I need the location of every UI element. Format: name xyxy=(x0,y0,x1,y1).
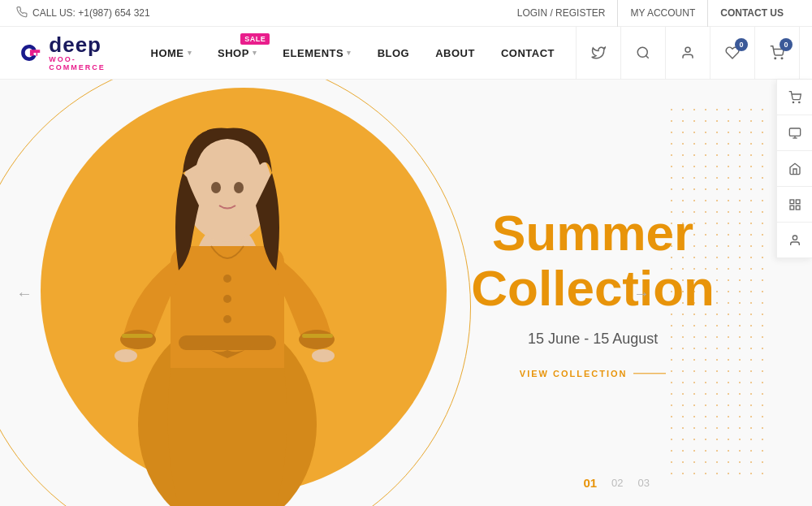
logo-deep-text: deep xyxy=(49,33,113,57)
svg-rect-16 xyxy=(122,334,153,338)
nav-item-contact[interactable]: CONTACT xyxy=(488,27,568,80)
sidebar-user-icon[interactable] xyxy=(777,223,812,258)
view-collection-button[interactable]: VIEW COLLECTION xyxy=(520,369,667,378)
nav-link-home[interactable]: HOME ▾ xyxy=(138,27,205,80)
svg-point-1 xyxy=(637,47,647,57)
svg-point-9 xyxy=(299,330,335,349)
logo[interactable]: deep WOO-COMMERCE xyxy=(16,33,114,72)
svg-point-20 xyxy=(793,102,793,102)
search-icon-btn[interactable] xyxy=(621,27,666,80)
sale-badge: SALE xyxy=(240,33,270,45)
chevron-down-icon: ▾ xyxy=(253,49,257,57)
wishlist-icon-btn[interactable]: 0 xyxy=(710,27,755,80)
nav-item-elements[interactable]: ELEMENTS ▾ xyxy=(270,27,364,80)
slide-numbers: 01 02 03 xyxy=(583,476,650,490)
nav-link-about[interactable]: ABOUT xyxy=(422,27,488,80)
slide-num-2[interactable]: 02 xyxy=(611,477,623,489)
svg-point-15 xyxy=(223,315,231,323)
hero-date: 15 June - 15 August xyxy=(471,331,715,348)
nav-link-blog[interactable]: BLOG xyxy=(365,27,423,80)
login-register-link[interactable]: LOGIN / REGISTER xyxy=(505,0,618,27)
hero-woman-image xyxy=(65,84,390,506)
svg-point-11 xyxy=(211,182,221,193)
svg-point-4 xyxy=(781,58,783,59)
nav-link-contact[interactable]: CONTACT xyxy=(488,27,568,80)
sidebar-right xyxy=(776,80,812,258)
nav-link-elements[interactable]: ELEMENTS ▾ xyxy=(270,27,364,80)
call-label: CALL US: +1(987) 654 321 xyxy=(32,7,150,19)
twitter-icon-btn[interactable] xyxy=(577,27,621,80)
next-slide-button[interactable]: → xyxy=(633,283,650,302)
sidebar-home-icon[interactable] xyxy=(777,151,812,187)
nav-item-home[interactable]: HOME ▾ xyxy=(138,27,205,80)
cta-line xyxy=(633,374,666,374)
svg-point-29 xyxy=(793,236,797,240)
svg-point-18 xyxy=(114,349,137,362)
svg-point-13 xyxy=(223,275,231,283)
chevron-down-icon: ▾ xyxy=(188,49,192,57)
wishlist-count: 0 xyxy=(735,38,748,51)
top-bar-right: LOGIN / REGISTER MY ACCOUNT CONTACT US xyxy=(505,0,796,27)
sidebar-grid-icon[interactable] xyxy=(777,187,812,223)
cart-count: 0 xyxy=(780,38,793,51)
svg-point-19 xyxy=(312,349,335,362)
hero-title: Summer Collection xyxy=(471,205,715,316)
svg-point-3 xyxy=(775,58,776,59)
svg-rect-28 xyxy=(790,205,794,210)
phone-icon xyxy=(16,6,28,20)
nav-links: HOME ▾ SALE SHOP ▾ ELEMENTS ▾ BLOG ABOUT xyxy=(138,27,568,80)
sidebar-monitor-icon[interactable] xyxy=(777,115,812,151)
hero-section: Summer Collection 15 June - 15 August VI… xyxy=(0,80,812,506)
svg-rect-7 xyxy=(179,335,276,350)
svg-point-2 xyxy=(685,47,690,52)
nav-icons: 0 0 xyxy=(576,27,800,80)
logo-woo-text: WOO-COMMERCE xyxy=(49,56,113,72)
top-bar-left: CALL US: +1(987) 654 321 xyxy=(16,6,150,20)
my-account-link[interactable]: MY ACCOUNT xyxy=(617,0,707,27)
svg-rect-25 xyxy=(790,200,794,204)
top-bar: CALL US: +1(987) 654 321 LOGIN / REGISTE… xyxy=(0,0,812,27)
svg-rect-26 xyxy=(796,200,800,204)
nav-item-about[interactable]: ABOUT xyxy=(422,27,488,80)
sidebar-cart-icon[interactable] xyxy=(777,80,812,115)
svg-point-12 xyxy=(234,182,244,193)
contact-us-link[interactable]: CONTACT US xyxy=(707,0,796,27)
slide-num-1[interactable]: 01 xyxy=(583,476,597,490)
nav-item-blog[interactable]: BLOG xyxy=(365,27,423,80)
svg-point-14 xyxy=(223,295,231,303)
chevron-down-icon: ▾ xyxy=(347,49,352,57)
svg-rect-22 xyxy=(789,128,800,136)
prev-slide-button[interactable]: ← xyxy=(16,283,32,302)
svg-point-8 xyxy=(120,330,156,349)
navbar: deep WOO-COMMERCE HOME ▾ SALE SHOP ▾ ELE… xyxy=(0,27,812,80)
hero-text: Summer Collection 15 June - 15 August VI… xyxy=(471,205,715,380)
cart-icon-btn[interactable]: 0 xyxy=(755,27,800,80)
slide-num-3[interactable]: 03 xyxy=(638,477,650,489)
svg-rect-17 xyxy=(302,334,333,338)
svg-rect-27 xyxy=(796,205,800,210)
svg-point-21 xyxy=(799,102,800,102)
user-icon-btn[interactable] xyxy=(666,27,710,80)
nav-item-shop[interactable]: SALE SHOP ▾ xyxy=(205,27,270,80)
